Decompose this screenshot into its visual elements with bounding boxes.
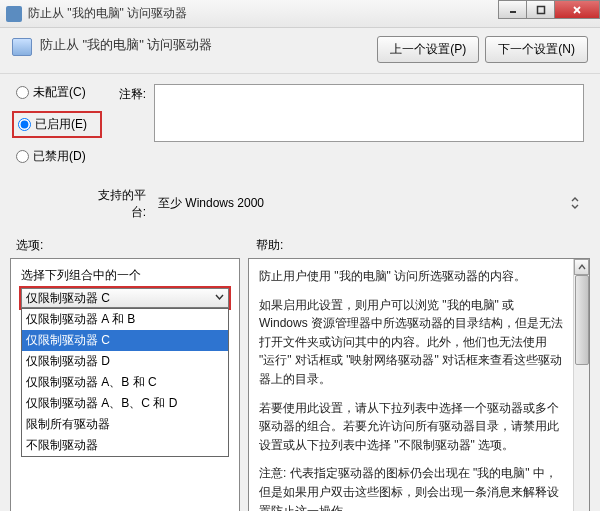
radio-label: 已禁用(D) (33, 148, 86, 165)
radio-not-configured[interactable]: 未配置(C) (16, 84, 98, 101)
scroll-up-button[interactable] (574, 259, 589, 275)
dropdown-selected: 仅限制驱动器 C (26, 290, 110, 307)
help-paragraph: 若要使用此设置，请从下拉列表中选择一个驱动器或多个驱动器的组合。若要允许访问所有… (259, 399, 563, 455)
minimize-button[interactable] (498, 0, 527, 19)
close-button[interactable] (554, 0, 600, 19)
comment-label: 注释: (98, 84, 154, 103)
help-paragraph: 如果启用此设置，则用户可以浏览 "我的电脑" 或 Windows 资源管理器中所… (259, 296, 563, 389)
dropdown-option[interactable]: 仅限制驱动器 C (22, 330, 228, 351)
dropdown-prompt: 选择下列组合中的一个 (21, 267, 229, 284)
page-title: 防止从 "我的电脑" 访问驱动器 (40, 36, 212, 54)
options-pane: 选择下列组合中的一个 仅限制驱动器 C 仅限制驱动器 A 和 B 仅限制驱动器 … (10, 258, 240, 511)
radio-enabled[interactable]: 已启用(E) (16, 115, 98, 134)
radio-not-configured-input[interactable] (16, 86, 29, 99)
drive-restriction-dropdown[interactable]: 仅限制驱动器 C (21, 288, 229, 308)
support-value: 至少 Windows 2000 (154, 193, 566, 214)
dropdown-option[interactable]: 不限制驱动器 (22, 435, 228, 456)
prev-setting-button[interactable]: 上一个设置(P) (377, 36, 479, 63)
dropdown-option[interactable]: 仅限制驱动器 D (22, 351, 228, 372)
dropdown-option[interactable]: 仅限制驱动器 A 和 B (22, 309, 228, 330)
dropdown-option[interactable]: 仅限制驱动器 A、B 和 C (22, 372, 228, 393)
help-label: 帮助: (256, 237, 283, 254)
scroll-thumb[interactable] (575, 275, 589, 365)
radio-disabled[interactable]: 已禁用(D) (16, 148, 98, 165)
radio-label: 已启用(E) (35, 116, 87, 133)
options-label: 选项: (16, 237, 256, 254)
svg-rect-1 (537, 6, 544, 13)
radio-disabled-input[interactable] (16, 150, 29, 163)
chevron-up-down-icon[interactable] (566, 194, 584, 212)
next-setting-button[interactable]: 下一个设置(N) (485, 36, 588, 63)
radio-label: 未配置(C) (33, 84, 86, 101)
app-icon (6, 6, 22, 22)
maximize-button[interactable] (526, 0, 555, 19)
dropdown-list: 仅限制驱动器 A 和 B 仅限制驱动器 C 仅限制驱动器 D 仅限制驱动器 A、… (21, 308, 229, 457)
chevron-down-icon (215, 291, 224, 305)
dropdown-option[interactable]: 仅限制驱动器 A、B、C 和 D (22, 393, 228, 414)
window-title: 防止从 "我的电脑" 访问驱动器 (28, 5, 187, 22)
scrollbar[interactable] (573, 259, 589, 511)
radio-enabled-input[interactable] (18, 118, 31, 131)
policy-icon (12, 38, 32, 56)
comment-textarea[interactable] (154, 84, 584, 142)
help-paragraph: 注意: 代表指定驱动器的图标仍会出现在 "我的电脑" 中，但是如果用户双击这些图… (259, 464, 563, 511)
dropdown-option[interactable]: 限制所有驱动器 (22, 414, 228, 435)
support-label: 支持的平台: (98, 185, 154, 221)
help-paragraph: 防止用户使用 "我的电脑" 访问所选驱动器的内容。 (259, 267, 563, 286)
help-pane: 防止用户使用 "我的电脑" 访问所选驱动器的内容。 如果启用此设置，则用户可以浏… (248, 258, 590, 511)
